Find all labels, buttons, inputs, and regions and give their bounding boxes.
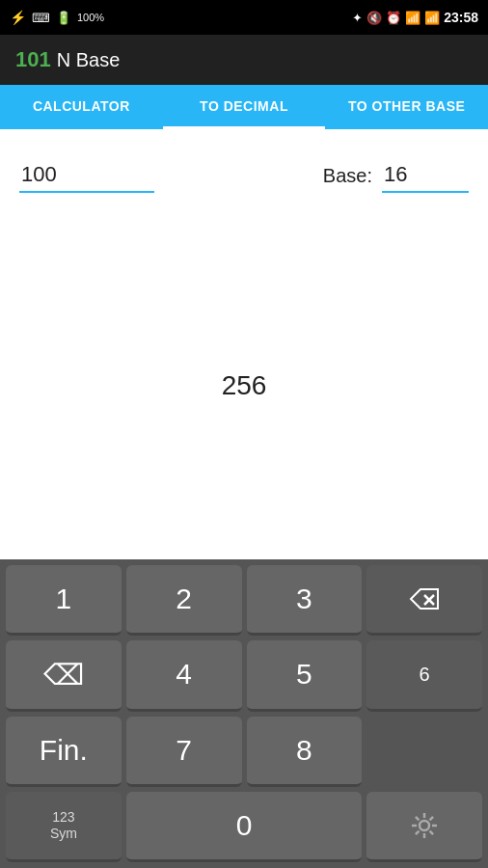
tab-calculator[interactable]: CALCULATOR [0, 85, 163, 129]
key-fin[interactable]: 6 [366, 640, 482, 711]
wifi-icon: 📶 [405, 11, 420, 25]
tab-to-decimal[interactable]: TO DECIMAL [163, 85, 326, 129]
svg-line-10 [430, 817, 434, 821]
clock: 23:58 [444, 10, 478, 25]
app-title-rest: N Base [57, 49, 121, 71]
key-9[interactable]: 8 [247, 717, 363, 787]
usb-icon: ⚡ [10, 10, 26, 25]
keyboard: 1 2 3 ⌫ 4 5 6 Fin. 7 8 123Sym 0 [0, 559, 488, 868]
base-input[interactable] [382, 158, 469, 193]
svg-point-3 [420, 821, 429, 830]
number-input[interactable] [19, 158, 154, 193]
backspace-icon [409, 587, 440, 610]
result-value: 256 [222, 370, 267, 401]
result-area: 256 [19, 231, 469, 540]
key-8[interactable]: 7 [126, 717, 242, 787]
key-7[interactable]: Fin. [6, 717, 122, 787]
tab-to-other-base[interactable]: TO OTHER BASE [325, 85, 488, 129]
base-input-wrapper [382, 158, 469, 193]
base-label: Base: [323, 165, 372, 193]
key-1[interactable]: 1 [6, 565, 122, 636]
volume-off-icon: 🔇 [366, 11, 382, 25]
svg-line-11 [416, 830, 420, 834]
base-group: Base: [323, 158, 469, 193]
signal-icon: 📶 [424, 11, 440, 25]
percent-icon: 100% [77, 12, 104, 23]
svg-line-9 [430, 830, 434, 834]
bluetooth-icon: ✦ [352, 11, 363, 25]
key-gear[interactable] [366, 792, 482, 862]
gear-icon [410, 811, 439, 840]
number-input-wrapper [19, 158, 154, 193]
alarm-icon: ⏰ [386, 11, 401, 25]
input-row: Base: [19, 158, 469, 193]
key-2[interactable]: 2 [126, 565, 242, 636]
key-zero[interactable]: 0 [126, 792, 363, 862]
tab-bar: CALCULATOR TO DECIMAL TO OTHER BASE [0, 85, 488, 129]
keyboard-icon: ⌨ [32, 11, 50, 25]
status-bar: ⚡ ⌨ 🔋 100% ✦ 🔇 ⏰ 📶 📶 23:58 [0, 0, 488, 35]
key-6[interactable]: 5 [247, 640, 363, 711]
sym-label: 123Sym [50, 809, 77, 842]
key-3[interactable]: 3 [247, 565, 363, 636]
main-content: Base: 256 [0, 129, 488, 559]
key-backspace[interactable] [366, 565, 482, 636]
key-sym[interactable]: 123Sym [6, 792, 122, 862]
key-4[interactable]: ⌫ [6, 640, 122, 711]
app-title-101: 101 [15, 47, 51, 72]
svg-marker-0 [411, 589, 438, 609]
svg-line-8 [416, 817, 420, 821]
battery-icon: 🔋 [56, 11, 71, 25]
key-5[interactable]: 4 [126, 640, 242, 711]
app-bar: 101 N Base [0, 35, 488, 85]
